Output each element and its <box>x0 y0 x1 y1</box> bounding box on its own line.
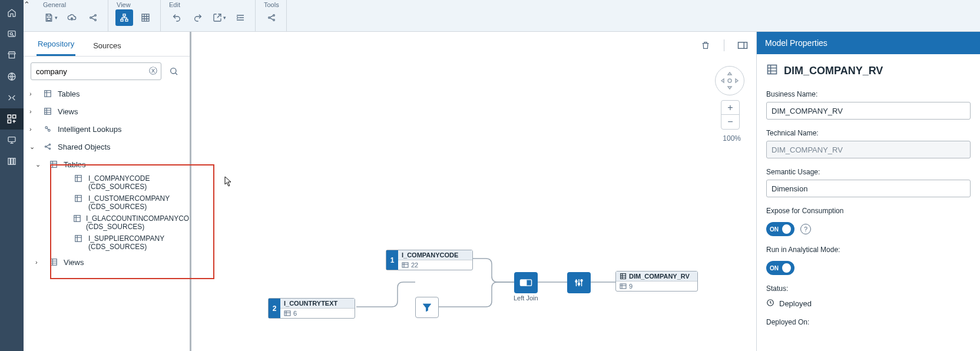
nav-model-icon[interactable] <box>0 108 24 130</box>
view-icon <box>766 64 778 78</box>
svg-point-42 <box>578 283 580 285</box>
svg-point-19 <box>273 15 275 16</box>
svg-rect-46 <box>768 65 777 74</box>
svg-rect-38 <box>284 311 290 316</box>
svg-point-1 <box>10 32 12 35</box>
tree-item-suppliercompany[interactable]: I_SUPPLIERCOMPANY(CDS_SOURCES) <box>24 233 190 253</box>
svg-point-21 <box>171 68 176 74</box>
semantic-usage-label: Semantic Usage: <box>766 168 971 176</box>
tree-node-shared-tables[interactable]: ⌄Tables <box>24 155 190 173</box>
impact-button[interactable] <box>263 9 280 26</box>
help-icon[interactable]: ? <box>800 224 811 234</box>
svg-rect-31 <box>75 196 82 202</box>
business-name-label: Business Name: <box>766 90 971 98</box>
svg-rect-6 <box>8 137 15 142</box>
panel-tabs: Repository Sources <box>24 32 190 57</box>
tab-sources[interactable]: Sources <box>92 35 122 56</box>
diagram-canvas[interactable]: + − 100% 1 I_COMPANYCODE 22 2 <box>191 32 756 351</box>
deploy-button[interactable] <box>63 9 81 26</box>
undo-button[interactable] <box>168 9 186 26</box>
node-i-companycode[interactable]: 1 I_COMPANYCODE 22 <box>386 250 473 270</box>
tree-node-intelligent-lookups[interactable]: ›Intelligent Lookups <box>24 120 190 138</box>
search-input[interactable] <box>36 67 149 76</box>
nav-tools-icon[interactable] <box>0 87 24 108</box>
indent-button[interactable] <box>231 9 249 26</box>
svg-rect-17 <box>142 14 149 21</box>
clear-search-icon[interactable]: ⓧ <box>149 66 157 77</box>
zoom-out-button[interactable]: − <box>721 115 739 129</box>
redo-button[interactable] <box>189 9 207 26</box>
svg-rect-0 <box>8 31 15 37</box>
ribbon-label-tools: Tools <box>261 1 280 9</box>
share-button[interactable] <box>84 9 102 26</box>
svg-rect-4 <box>13 115 16 118</box>
tree-node-tables[interactable]: ›Tables <box>24 85 190 102</box>
nav-monitor-icon[interactable] <box>0 130 24 151</box>
pan-wheel[interactable] <box>715 66 744 95</box>
nav-columns-icon[interactable] <box>0 151 24 172</box>
nav-search-icon[interactable] <box>0 24 24 45</box>
search-box[interactable]: ⓧ <box>31 62 161 80</box>
svg-point-12 <box>95 15 97 16</box>
grid-view-button[interactable] <box>137 9 154 26</box>
table-icon <box>73 194 84 203</box>
run-analytical-toggle[interactable]: ON <box>766 261 794 275</box>
main-area: ⌃ General ▾ View Edit ▾ <box>24 0 980 351</box>
ribbon-collapse-icon[interactable]: ⌃ <box>24 0 30 31</box>
ribbon-toolbar: ⌃ General ▾ View Edit ▾ <box>24 0 980 32</box>
svg-point-26 <box>45 146 46 147</box>
status-label: Status: <box>766 284 971 293</box>
filter-node[interactable] <box>415 297 439 318</box>
clock-icon <box>766 299 774 309</box>
delete-button[interactable] <box>698 38 713 53</box>
semantic-usage-select[interactable] <box>766 180 971 197</box>
table-icon <box>73 174 84 183</box>
tree-item-customercompany[interactable]: I_CUSTOMERCOMPANY(CDS_SOURCES) <box>24 193 190 213</box>
nav-globe-icon[interactable] <box>0 66 24 87</box>
transform-node[interactable] <box>567 272 591 293</box>
left-panel: Repository Sources ⓧ ›Tables ›Views ›Int… <box>24 32 191 351</box>
node-i-countrytext[interactable]: 2 I_COUNTRYTEXT 6 <box>268 298 355 319</box>
search-button[interactable] <box>165 62 183 80</box>
nav-home-icon[interactable] <box>0 2 24 24</box>
node-output[interactable]: DIM_COMPANY_RV 9 <box>615 271 698 292</box>
repository-tree: ›Tables ›Views ›Intelligent Lookups ⌄Sha… <box>24 84 190 351</box>
run-analytical-label: Run in Analytical Mode: <box>766 246 971 254</box>
svg-rect-30 <box>75 176 82 182</box>
join-node[interactable] <box>514 272 538 293</box>
tree-item-companycode[interactable]: I_COMPANYCODE(CDS_SOURCES) <box>24 173 190 193</box>
tab-repository[interactable]: Repository <box>37 34 75 56</box>
graph-view-button[interactable] <box>115 9 133 26</box>
ribbon-group-tools: Tools <box>256 0 287 31</box>
tree-node-shared-objects[interactable]: ⌄Shared Objects <box>24 138 190 155</box>
properties-header: Model Properties <box>757 32 980 54</box>
business-name-input[interactable] <box>766 102 971 120</box>
svg-rect-23 <box>45 108 51 115</box>
properties-panel: Model Properties DIM_COMPANY_RV Business… <box>756 32 980 351</box>
expose-label: Expose for Consumption <box>766 207 971 215</box>
tree-node-shared-views[interactable]: ›Views <box>24 253 190 271</box>
ribbon-label-view: View <box>114 1 154 9</box>
workspace: Repository Sources ⓧ ›Tables ›Views ›Int… <box>24 32 980 351</box>
svg-point-11 <box>90 17 92 19</box>
svg-rect-3 <box>8 115 11 118</box>
svg-point-28 <box>49 148 50 149</box>
svg-rect-33 <box>75 236 82 242</box>
zoom-in-button[interactable]: + <box>721 101 739 115</box>
save-button[interactable]: ▾ <box>42 9 59 26</box>
expose-toggle[interactable]: ON <box>766 222 794 236</box>
zoom-controls: + − <box>721 100 740 130</box>
svg-rect-37 <box>402 263 408 267</box>
svg-rect-9 <box>14 158 15 165</box>
mouse-cursor-icon <box>224 176 233 189</box>
zoom-level: 100% <box>723 134 741 143</box>
join-label: Left Join <box>514 294 538 302</box>
tree-node-views[interactable]: ›Views <box>24 102 190 120</box>
nav-store-icon[interactable] <box>0 45 24 66</box>
tree-item-glaccountincompany[interactable]: I_GLACCOUNTINCOMPANYCO(CDS_SOURCES) <box>24 213 190 233</box>
export-button[interactable]: ▾ <box>210 9 228 26</box>
svg-point-41 <box>575 280 577 282</box>
svg-rect-35 <box>739 42 747 49</box>
svg-rect-10 <box>47 18 50 21</box>
panel-toggle-button[interactable] <box>735 38 750 53</box>
